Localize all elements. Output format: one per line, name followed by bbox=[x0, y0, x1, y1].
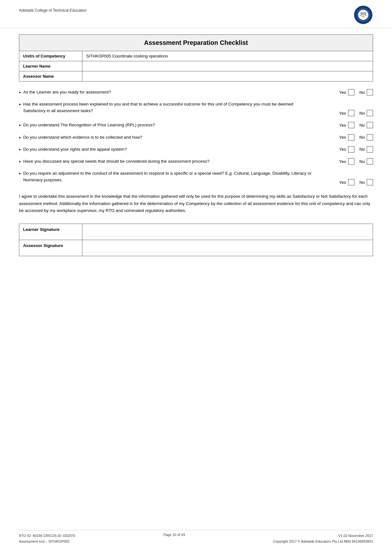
bullet-4: • bbox=[19, 135, 21, 141]
yes-no-5: Yes No bbox=[323, 146, 373, 153]
no-label-6: No bbox=[359, 159, 365, 164]
competency-row: Unit/s of Competency SITHKOP005 Coordina… bbox=[19, 51, 373, 61]
competency-value: SITHKOP005 Coordinate cooking operations bbox=[82, 51, 373, 61]
question-text-7: Do you require an adjustment to the cond… bbox=[23, 170, 316, 183]
question-text-1: As the Learner are you ready for assessm… bbox=[23, 89, 316, 95]
questions-section: • As the Learner are you ready for asses… bbox=[19, 89, 373, 185]
page-footer: RTO ID: 40336 CRICOS ID: 03187D Assessme… bbox=[19, 530, 373, 545]
question-row-7: • Do you require an adjustment to the co… bbox=[19, 170, 373, 185]
no-checkbox-4[interactable] bbox=[367, 134, 373, 141]
assessor-signature-field[interactable] bbox=[82, 240, 373, 256]
yes-checkbox-6[interactable] bbox=[348, 158, 354, 165]
no-label-2: No bbox=[359, 111, 365, 116]
no-checkbox-5[interactable] bbox=[367, 146, 373, 153]
question-row-5: • Do you understand your rights and the … bbox=[19, 146, 373, 153]
competency-label: Unit/s of Competency bbox=[19, 51, 82, 61]
question-text-3: Do you understand The Recognition of Pri… bbox=[23, 122, 316, 128]
bullet-1: • bbox=[19, 90, 21, 95]
main-content: Assessment Preparation Checklist Unit/s … bbox=[0, 28, 392, 281]
assessor-signature-line bbox=[86, 243, 369, 253]
no-checkbox-3[interactable] bbox=[367, 122, 373, 128]
yes-no-7: Yes No bbox=[323, 179, 373, 185]
question-text-2: Has the assessment process been explaine… bbox=[23, 101, 316, 114]
question-row-4: • Do you understand which evidence is to… bbox=[19, 134, 373, 141]
yes-checkbox-1[interactable] bbox=[348, 89, 354, 95]
no-label-1: No bbox=[359, 90, 365, 95]
learner-name-input[interactable] bbox=[86, 64, 369, 69]
assessor-name-row: Assessor Name bbox=[19, 71, 373, 81]
learner-name-label: Learner Name bbox=[19, 61, 82, 71]
no-checkbox-7[interactable] bbox=[367, 179, 373, 185]
no-checkbox-1[interactable] bbox=[367, 89, 373, 95]
question-row-1: • As the Learner are you ready for asses… bbox=[19, 89, 373, 95]
learner-name-value[interactable] bbox=[82, 61, 373, 71]
yes-no-2: Yes No bbox=[323, 110, 373, 116]
learner-signature-line bbox=[86, 227, 369, 237]
question-row-6: • Have you discussed any special needs t… bbox=[19, 158, 373, 165]
footer-page: Page 10 of 43 bbox=[163, 533, 185, 537]
footer-right: V1.02 November 2017 Copyright 2017 © Ade… bbox=[273, 533, 373, 545]
footer-copyright: Copyright 2017 © Adelaide Educators Pty … bbox=[273, 539, 373, 545]
agreement-text: I agree to undertake this assessment in … bbox=[19, 193, 373, 214]
org-name: Adelaide College of Technical Education bbox=[19, 6, 87, 13]
question-row-3: • Do you understand The Recognition of P… bbox=[19, 122, 373, 128]
bullet-3: • bbox=[19, 123, 21, 128]
yes-no-4: Yes No bbox=[323, 134, 373, 141]
question-text-6: Have you discussed any special needs tha… bbox=[23, 158, 316, 165]
logo: ACTE bbox=[354, 6, 373, 25]
yes-label-5: Yes bbox=[339, 147, 346, 152]
assessor-signature-label: Assessor Signature bbox=[19, 240, 82, 256]
no-label-3: No bbox=[359, 123, 365, 128]
learner-signature-field[interactable] bbox=[82, 224, 373, 240]
yes-label-2: Yes bbox=[339, 111, 346, 116]
yes-label-1: Yes bbox=[339, 90, 346, 95]
no-checkbox-6[interactable] bbox=[367, 158, 373, 165]
learner-signature-row: Learner Signature bbox=[19, 224, 373, 240]
no-checkbox-2[interactable] bbox=[367, 110, 373, 116]
no-label-4: No bbox=[359, 135, 365, 140]
yes-no-1: Yes No bbox=[323, 89, 373, 95]
bullet-2: • bbox=[19, 102, 21, 107]
assessor-name-value[interactable] bbox=[82, 71, 373, 81]
checklist-title: Assessment Preparation Checklist bbox=[144, 39, 248, 46]
question-text-4: Do you understand which evidence is to b… bbox=[23, 134, 316, 141]
assessor-signature-row: Assessor Signature bbox=[19, 240, 373, 256]
no-label-7: No bbox=[359, 180, 365, 185]
footer-tool: Assessment tool – SITHKOP005 bbox=[19, 539, 75, 545]
bullet-6: • bbox=[19, 159, 21, 165]
checklist-table: Assessment Preparation Checklist Unit/s … bbox=[19, 34, 373, 81]
bullet-7: • bbox=[19, 171, 21, 177]
learner-signature-label: Learner Signature bbox=[19, 224, 82, 240]
yes-label-7: Yes bbox=[339, 180, 346, 185]
footer-rto: RTO ID: 40336 CRICOS ID: 03187D bbox=[19, 533, 75, 539]
yes-no-3: Yes No bbox=[323, 122, 373, 128]
yes-label-4: Yes bbox=[339, 135, 346, 140]
signature-table: Learner Signature Assessor Signature bbox=[19, 224, 373, 256]
footer-left: RTO ID: 40336 CRICOS ID: 03187D Assessme… bbox=[19, 533, 75, 545]
question-text-5: Do you understand your rights and the ap… bbox=[23, 146, 316, 153]
yes-checkbox-7[interactable] bbox=[348, 179, 354, 185]
no-label-5: No bbox=[359, 147, 365, 152]
yes-checkbox-2[interactable] bbox=[348, 110, 354, 116]
yes-checkbox-4[interactable] bbox=[348, 134, 354, 141]
bullet-5: • bbox=[19, 147, 21, 153]
yes-label-6: Yes bbox=[339, 159, 346, 164]
assessor-name-input[interactable] bbox=[86, 74, 369, 79]
yes-no-6: Yes No bbox=[323, 158, 373, 165]
assessor-name-label: Assessor Name bbox=[19, 71, 82, 81]
yes-checkbox-3[interactable] bbox=[348, 122, 354, 128]
footer-version: V1.02 November 2017 bbox=[273, 533, 373, 539]
learner-name-row: Learner Name bbox=[19, 61, 373, 71]
question-row-2: • Has the assessment process been explai… bbox=[19, 101, 373, 116]
yes-label-3: Yes bbox=[339, 123, 346, 128]
yes-checkbox-5[interactable] bbox=[348, 146, 354, 153]
page-header: Adelaide College of Technical Education … bbox=[0, 0, 392, 28]
